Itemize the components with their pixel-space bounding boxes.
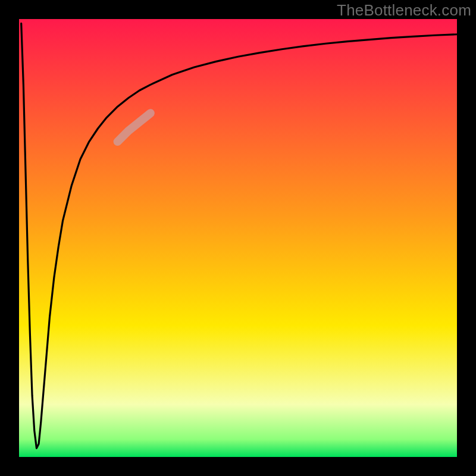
- chart-container: TheBottleneck.com: [0, 0, 476, 476]
- watermark-text: TheBottleneck.com: [337, 1, 471, 20]
- chart-svg: [0, 0, 476, 476]
- chart-background: [19, 19, 457, 457]
- plot-area: [10, 10, 466, 466]
